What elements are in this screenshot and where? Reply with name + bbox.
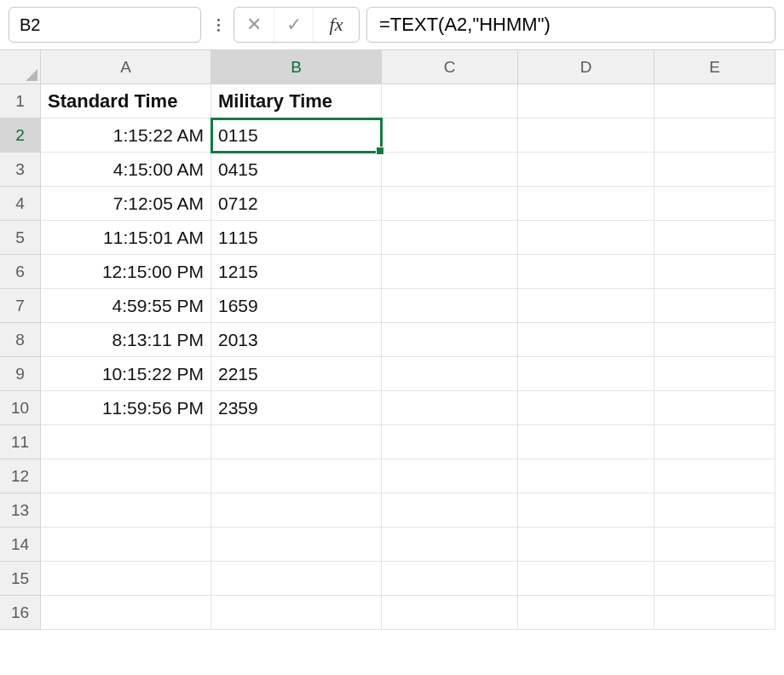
cell-B13[interactable] — [211, 493, 382, 528]
cell-B1[interactable]: Military Time — [211, 84, 382, 118]
cell-B14[interactable] — [211, 528, 382, 562]
cell-D10[interactable] — [518, 391, 654, 425]
cell-D9[interactable] — [518, 357, 654, 391]
cell-A9[interactable]: 10:15:22 PM — [41, 357, 211, 391]
cell-D3[interactable] — [518, 153, 654, 187]
select-all-corner[interactable] — [0, 50, 41, 84]
cancel-formula-icon[interactable]: ✕ — [234, 8, 274, 42]
cell-A10[interactable]: 11:59:56 PM — [41, 391, 211, 425]
formula-input[interactable] — [379, 14, 763, 36]
column-header-B[interactable]: B — [211, 50, 382, 84]
cell-B5[interactable]: 1115 — [211, 221, 382, 255]
fx-icon[interactable]: fx — [313, 8, 359, 42]
cell-B11[interactable] — [211, 425, 382, 459]
cell-A12[interactable] — [41, 459, 211, 493]
cell-B6[interactable]: 1215 — [211, 255, 382, 289]
cell-C3[interactable] — [382, 153, 518, 187]
cell-B9[interactable]: 2215 — [211, 357, 382, 391]
cell-A2[interactable]: 1:15:22 AM — [41, 118, 211, 153]
cell-C7[interactable] — [382, 289, 518, 323]
column-header-A[interactable]: A — [41, 50, 211, 84]
cell-C1[interactable] — [382, 84, 518, 118]
cell-B10[interactable]: 2359 — [211, 391, 382, 425]
cell-E5[interactable] — [654, 221, 775, 255]
row-header-4[interactable]: 4 — [0, 187, 41, 221]
cell-E6[interactable] — [654, 255, 775, 289]
spreadsheet-grid[interactable]: ABCDE1Standard TimeMilitary Time21:15:22… — [0, 49, 784, 630]
cell-D8[interactable] — [518, 323, 654, 357]
row-header-7[interactable]: 7 — [0, 289, 41, 323]
cell-D16[interactable] — [518, 596, 654, 630]
column-header-D[interactable]: D — [518, 50, 654, 84]
cell-E1[interactable] — [654, 84, 775, 118]
cell-B2[interactable]: 0115 — [211, 118, 382, 153]
cell-E16[interactable] — [654, 596, 775, 630]
cell-B16[interactable] — [211, 596, 382, 630]
cell-D5[interactable] — [518, 221, 654, 255]
cell-D4[interactable] — [518, 187, 654, 221]
cell-A1[interactable]: Standard Time — [41, 84, 211, 118]
cell-E10[interactable] — [654, 391, 775, 425]
confirm-formula-icon[interactable]: ✓ — [274, 8, 313, 42]
column-header-E[interactable]: E — [654, 50, 775, 84]
row-header-14[interactable]: 14 — [0, 528, 41, 562]
row-header-10[interactable]: 10 — [0, 391, 41, 425]
cell-E2[interactable] — [654, 118, 775, 153]
cell-A16[interactable] — [41, 596, 211, 630]
cell-B8[interactable]: 2013 — [211, 323, 382, 357]
cell-C12[interactable] — [382, 459, 518, 493]
cell-A6[interactable]: 12:15:00 PM — [41, 255, 211, 289]
cell-B12[interactable] — [211, 459, 382, 493]
cell-C10[interactable] — [382, 391, 518, 425]
row-header-13[interactable]: 13 — [0, 493, 41, 528]
cell-A5[interactable]: 11:15:01 AM — [41, 221, 211, 255]
row-header-16[interactable]: 16 — [0, 596, 41, 630]
cell-B15[interactable] — [211, 562, 382, 596]
cell-D1[interactable] — [518, 84, 654, 118]
cell-C14[interactable] — [382, 528, 518, 562]
more-options-icon[interactable] — [211, 19, 225, 32]
cell-D15[interactable] — [518, 562, 654, 596]
cell-E13[interactable] — [654, 493, 775, 528]
cell-A8[interactable]: 8:13:11 PM — [41, 323, 211, 357]
cell-C13[interactable] — [382, 493, 518, 528]
cell-D12[interactable] — [518, 459, 654, 493]
row-header-9[interactable]: 9 — [0, 357, 41, 391]
cell-A13[interactable] — [41, 493, 211, 528]
cell-C8[interactable] — [382, 323, 518, 357]
row-header-12[interactable]: 12 — [0, 459, 41, 493]
cell-A3[interactable]: 4:15:00 AM — [41, 153, 211, 187]
cell-E12[interactable] — [654, 459, 775, 493]
cell-B7[interactable]: 1659 — [211, 289, 382, 323]
row-header-6[interactable]: 6 — [0, 255, 41, 289]
cell-C15[interactable] — [382, 562, 518, 596]
row-header-3[interactable]: 3 — [0, 153, 41, 187]
cell-E3[interactable] — [654, 153, 775, 187]
cell-E4[interactable] — [654, 187, 775, 221]
cell-A15[interactable] — [41, 562, 211, 596]
cell-E15[interactable] — [654, 562, 775, 596]
cell-E8[interactable] — [654, 323, 775, 357]
cell-C11[interactable] — [382, 425, 518, 459]
cell-E9[interactable] — [654, 357, 775, 391]
cell-C6[interactable] — [382, 255, 518, 289]
cell-C5[interactable] — [382, 221, 518, 255]
cell-A7[interactable]: 4:59:55 PM — [41, 289, 211, 323]
row-header-1[interactable]: 1 — [0, 84, 41, 118]
column-header-C[interactable]: C — [382, 50, 518, 84]
row-header-11[interactable]: 11 — [0, 425, 41, 459]
cell-D14[interactable] — [518, 528, 654, 562]
cell-D6[interactable] — [518, 255, 654, 289]
cell-A14[interactable] — [41, 528, 211, 562]
cell-C16[interactable] — [382, 596, 518, 630]
cell-E7[interactable] — [654, 289, 775, 323]
cell-B3[interactable]: 0415 — [211, 153, 382, 187]
name-box[interactable] — [9, 8, 245, 42]
row-header-5[interactable]: 5 — [0, 221, 41, 255]
cell-A4[interactable]: 7:12:05 AM — [41, 187, 211, 221]
cell-A11[interactable] — [41, 425, 211, 459]
cell-E11[interactable] — [654, 425, 775, 459]
cell-D13[interactable] — [518, 493, 654, 528]
cell-D11[interactable] — [518, 425, 654, 459]
cell-C9[interactable] — [382, 357, 518, 391]
